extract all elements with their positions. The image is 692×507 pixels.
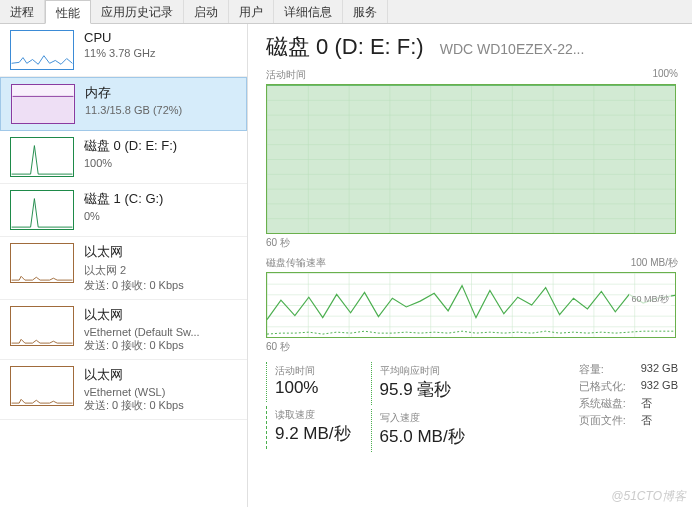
stat-write: 写入速度 65.0 MB/秒 bbox=[371, 409, 479, 452]
chart1-label: 活动时间 bbox=[266, 68, 306, 82]
sidebar-item-title: 磁盘 1 (C: G:) bbox=[84, 190, 163, 208]
sidebar-item-title: 以太网 bbox=[84, 366, 184, 384]
chart-transfer-block: 磁盘传输速率 100 MB/秒 60 MB/秒 60 秒 bbox=[266, 256, 678, 354]
detail-panel: 磁盘 0 (D: E: F:) WDC WD10EZEX-22... 活动时间 … bbox=[248, 24, 692, 507]
sidebar-item-sub: 11.3/15.8 GB (72%) bbox=[85, 104, 182, 116]
chart2-xaxis: 60 秒 bbox=[266, 340, 678, 354]
stats: 活动时间 100% 读取速度 9.2 MB/秒 平均响应时间 95.9 毫秒 写… bbox=[266, 362, 678, 456]
sidebar-item-sub: 11% 3.78 GHz bbox=[84, 47, 156, 59]
stat-avg-resp: 平均响应时间 95.9 毫秒 bbox=[371, 362, 479, 405]
tab-0[interactable]: 进程 bbox=[0, 0, 45, 23]
chart1-ymax: 100% bbox=[652, 68, 678, 82]
tab-4[interactable]: 用户 bbox=[229, 0, 274, 23]
sidebar-item-sub: 100% bbox=[84, 157, 177, 169]
svg-rect-3 bbox=[267, 85, 675, 233]
sidebar-item-disk0[interactable]: 磁盘 0 (D: E: F:)100% bbox=[0, 131, 247, 184]
sidebar-item-eth2[interactable]: 以太网vEthernet (Default Sw...发送: 0 接收: 0 K… bbox=[0, 300, 247, 360]
sidebar-item-mem[interactable]: 内存11.3/15.8 GB (72%) bbox=[0, 77, 247, 131]
tabs: 进程性能应用历史记录启动用户详细信息服务 bbox=[0, 0, 692, 24]
thumb-disk-icon bbox=[10, 190, 74, 230]
tab-5[interactable]: 详细信息 bbox=[274, 0, 343, 23]
chart2-label: 磁盘传输速率 bbox=[266, 256, 326, 270]
sidebar-item-title: 内存 bbox=[85, 84, 182, 102]
sidebar-item-sub: 0% bbox=[84, 210, 163, 222]
thumb-cpu-icon bbox=[10, 30, 74, 70]
svg-rect-0 bbox=[13, 96, 74, 123]
sidebar-item-eth1[interactable]: 以太网以太网 2发送: 0 接收: 0 Kbps bbox=[0, 237, 247, 300]
stats-right: 容量:932 GB 已格式化:932 GB 系统磁盘:否 页面文件:否 bbox=[579, 362, 678, 456]
sidebar-item-sub: vEthernet (WSL) bbox=[84, 386, 184, 398]
thumb-mem-icon bbox=[11, 84, 75, 124]
thumb-disk-icon bbox=[10, 137, 74, 177]
sidebar-item-title: 以太网 bbox=[84, 306, 200, 324]
detail-title: 磁盘 0 (D: E: F:) bbox=[266, 32, 424, 62]
stat-active-time: 活动时间 100% bbox=[266, 362, 365, 402]
sidebar-item-eth3[interactable]: 以太网vEthernet (WSL)发送: 0 接收: 0 Kbps bbox=[0, 360, 247, 420]
main: CPU11% 3.78 GHz内存11.3/15.8 GB (72%)磁盘 0 … bbox=[0, 24, 692, 507]
sidebar-item-cpu[interactable]: CPU11% 3.78 GHz bbox=[0, 24, 247, 77]
chart2-mid: 60 MB/秒 bbox=[629, 293, 671, 306]
thumb-eth-icon bbox=[10, 366, 74, 406]
tab-2[interactable]: 应用历史记录 bbox=[91, 0, 184, 23]
tab-3[interactable]: 启动 bbox=[184, 0, 229, 23]
sidebar-item-title: 磁盘 0 (D: E: F:) bbox=[84, 137, 177, 155]
tab-6[interactable]: 服务 bbox=[343, 0, 388, 23]
activity-chart bbox=[266, 84, 676, 234]
detail-model: WDC WD10EZEX-22... bbox=[440, 41, 585, 57]
sidebar-item-disk1[interactable]: 磁盘 1 (C: G:)0% bbox=[0, 184, 247, 237]
sidebar-item-sub: vEthernet (Default Sw... bbox=[84, 326, 200, 338]
chart1-xaxis: 60 秒 bbox=[266, 236, 678, 250]
stat-read: 读取速度 9.2 MB/秒 bbox=[266, 406, 365, 449]
sidebar-item-title: 以太网 bbox=[84, 243, 184, 261]
thumb-eth-icon bbox=[10, 306, 74, 346]
sidebar-item-sub: 以太网 2 bbox=[84, 263, 184, 278]
chart-activity-block: 活动时间 100% 60 秒 bbox=[266, 68, 678, 250]
watermark: @51CTO博客 bbox=[611, 488, 686, 505]
transfer-chart: 60 MB/秒 bbox=[266, 272, 676, 338]
tab-1[interactable]: 性能 bbox=[45, 0, 91, 24]
sidebar: CPU11% 3.78 GHz内存11.3/15.8 GB (72%)磁盘 0 … bbox=[0, 24, 248, 507]
chart2-ymax: 100 MB/秒 bbox=[631, 256, 678, 270]
sidebar-item-title: CPU bbox=[84, 30, 156, 45]
thumb-eth-icon bbox=[10, 243, 74, 283]
